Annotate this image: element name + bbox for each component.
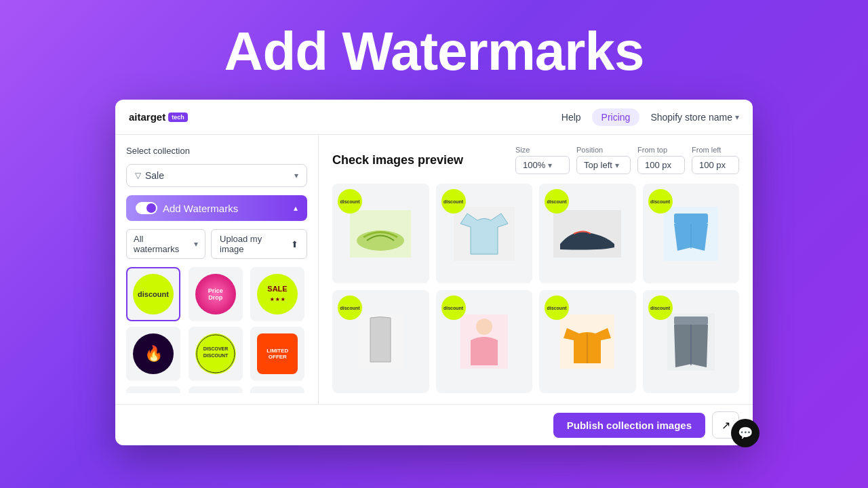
shirt-image <box>454 207 515 261</box>
svg-point-11 <box>357 230 404 251</box>
pricing-button[interactable]: Pricing <box>592 108 640 126</box>
badge-girl-pink: discount <box>441 296 466 320</box>
position-control: Position Top left ▾ <box>576 146 631 174</box>
main-content: Check images preview Size 100% ▾ Positio… <box>319 135 753 404</box>
image-cell-sandal: discount <box>332 184 429 283</box>
sale-watermark-preview: SALE ★ ★ ★ <box>257 274 298 314</box>
svg-rect-15 <box>674 214 708 224</box>
svg-point-0 <box>258 275 296 313</box>
help-link[interactable]: Help <box>561 112 581 123</box>
watermark-item-hot[interactable]: 🔥 <box>126 327 180 381</box>
svg-point-19 <box>476 319 492 335</box>
badge-jacket: discount <box>545 296 569 320</box>
badge-jeans: discount <box>648 296 673 320</box>
image-cell-sneaker: discount <box>539 184 636 283</box>
image-cell-jeans: discount <box>643 290 740 393</box>
watermark-item-discover[interactable]: DISCOVER DISCOUNT <box>189 327 243 381</box>
watermark-filter-label: All watermarks <box>134 234 191 254</box>
girl-pink-image <box>460 314 508 369</box>
preview-header: Check images preview Size 100% ▾ Positio… <box>332 146 739 174</box>
preview-title: Check images preview <box>332 153 463 167</box>
watermarks-chevron-icon: ▴ <box>294 203 298 213</box>
price-drop-watermark-preview: PriceDrop <box>195 274 236 314</box>
jacket-image <box>560 314 614 369</box>
image-grid: discount discount <box>332 184 739 393</box>
collection-select-inner: ▽ Sale <box>135 170 164 181</box>
app-window: aitarget tech Help Pricing Shopify store… <box>115 100 753 445</box>
watermark-item-fewleft[interactable]: FEW LEFT <box>126 386 180 393</box>
app-header: aitarget tech Help Pricing Shopify store… <box>115 100 753 135</box>
discount-watermark-preview: discount <box>133 274 174 314</box>
shorts-image <box>664 207 718 261</box>
collection-value: Sale <box>145 170 164 181</box>
filter-chevron-icon: ▾ <box>194 239 198 249</box>
header-nav: Help Pricing Shopify store name ▾ <box>561 108 739 126</box>
badge-sandal: discount <box>338 189 362 214</box>
badge-shorts: discount <box>648 189 673 214</box>
upload-icon: ⬆ <box>291 239 298 249</box>
badge-shirt: discount <box>441 189 466 214</box>
chat-button[interactable]: 💬 <box>731 419 760 447</box>
from-top-label: From top <box>637 146 685 154</box>
watermark-filter-button[interactable]: All watermarks ▾ <box>126 229 205 259</box>
logo-badge: tech <box>168 113 188 122</box>
toggle-on-icon <box>136 202 157 214</box>
logo-text: aitarget <box>129 111 165 123</box>
position-chevron-icon: ▾ <box>615 161 619 170</box>
position-select[interactable]: Top left ▾ <box>576 156 631 174</box>
chevron-down-icon: ▾ <box>735 113 739 122</box>
watermark-controls: All watermarks ▾ Upload my image ⬆ <box>126 229 307 259</box>
watermark-item-cashback[interactable]: Cashback <box>250 386 304 393</box>
hot-watermark-preview: 🔥 <box>133 333 174 374</box>
image-cell-girl-pink: discount <box>436 290 533 393</box>
watermark-item-fast[interactable]: FAST <box>189 386 243 393</box>
add-watermarks-toggle[interactable]: Add Watermarks ▴ <box>126 195 307 221</box>
svg-text:DISCOUNT: DISCOUNT <box>203 353 228 358</box>
from-top-input[interactable] <box>637 156 685 174</box>
toggle-row: Add Watermarks <box>136 202 238 214</box>
from-left-label: From left <box>692 146 739 154</box>
image-cell-jacket: discount <box>539 290 636 393</box>
size-select[interactable]: 100% ▾ <box>515 156 570 174</box>
size-control: Size 100% ▾ <box>515 146 570 174</box>
watermark-item-price-drop[interactable]: PriceDrop <box>189 267 243 321</box>
app-body: Select collection ▽ Sale ▾ Add Watermark… <box>115 135 753 404</box>
top-image <box>357 314 404 369</box>
preview-controls: Size 100% ▾ Position Top left ▾ <box>515 146 739 174</box>
from-left-input[interactable] <box>692 156 739 174</box>
discover-watermark-preview: DISCOVER DISCOUNT <box>195 333 236 374</box>
chat-icon: 💬 <box>738 426 753 441</box>
upload-label: Upload my image <box>220 234 288 254</box>
image-cell-shorts: discount <box>643 184 740 283</box>
page-hero-title: Add Watermarks <box>224 0 644 100</box>
publish-button[interactable]: Publish collection images <box>553 413 705 438</box>
collection-select[interactable]: ▽ Sale ▾ <box>126 164 307 187</box>
size-chevron-icon: ▾ <box>548 161 552 170</box>
from-top-control: From top <box>637 146 685 174</box>
svg-text:SALE: SALE <box>268 285 288 293</box>
upload-my-image-button[interactable]: Upload my image ⬆ <box>211 229 307 259</box>
size-value: 100% <box>523 160 545 170</box>
position-label: Position <box>576 146 631 154</box>
from-left-control: From left <box>692 146 739 174</box>
add-watermarks-label: Add Watermarks <box>163 203 238 214</box>
select-collection-label: Select collection <box>126 146 307 156</box>
sidebar: Select collection ▽ Sale ▾ Add Watermark… <box>115 135 319 404</box>
svg-text:DISCOVER: DISCOVER <box>203 346 228 351</box>
logo: aitarget tech <box>129 111 188 123</box>
limited-watermark-preview: LIMITEDOFFER <box>257 333 298 374</box>
svg-rect-23 <box>674 317 708 325</box>
watermark-item-limited[interactable]: LIMITEDOFFER <box>250 327 304 381</box>
svg-text:★ ★ ★: ★ ★ ★ <box>270 297 285 302</box>
store-selector[interactable]: Shopify store name ▾ <box>650 112 739 123</box>
discover-svg: DISCOVER DISCOUNT <box>195 333 236 374</box>
sale-svg: SALE ★ ★ ★ <box>257 274 298 314</box>
watermark-item-sale[interactable]: SALE ★ ★ ★ <box>250 267 304 321</box>
image-cell-top: discount <box>332 290 429 393</box>
store-name: Shopify store name <box>650 112 732 123</box>
badge-top: discount <box>338 296 362 320</box>
watermark-item-discount[interactable]: discount <box>126 267 180 321</box>
badge-sneaker: discount <box>545 189 569 214</box>
collection-chevron-icon: ▾ <box>294 171 298 180</box>
sandal-image <box>350 210 411 258</box>
